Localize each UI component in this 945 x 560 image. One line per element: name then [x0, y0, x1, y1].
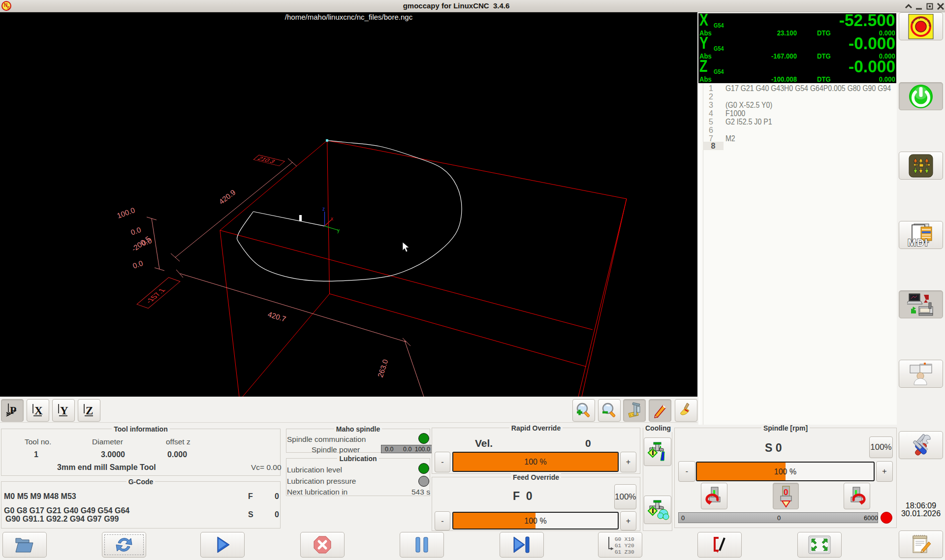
svg-text:x: x [331, 216, 333, 221]
svg-text:100.0: 100.0 [116, 206, 136, 220]
svg-text:420.9: 420.9 [217, 188, 237, 206]
svg-text:y: y [337, 228, 340, 233]
svg-text:z: z [322, 206, 325, 212]
svg-text:G1 Y20: G1 Y20 [615, 543, 634, 549]
svg-text:420.7: 420.7 [267, 310, 287, 323]
svg-text:Z: Z [86, 404, 93, 417]
svg-text:MDI: MDI [908, 237, 928, 248]
svg-text:P: P [10, 404, 16, 416]
svg-text:Y: Y [60, 404, 68, 417]
svg-text:G0 X10: G0 X10 [615, 536, 634, 542]
svg-text:0.0: 0.0 [131, 259, 144, 270]
svg-text:210.3: 210.3 [256, 156, 277, 164]
svg-text:263.0: 263.0 [376, 358, 390, 378]
svg-text:G1 Z30: G1 Z30 [615, 549, 634, 555]
svg-text:0.0: 0.0 [129, 225, 142, 237]
svg-text:X: X [34, 404, 43, 417]
svg-text:0: 0 [784, 488, 788, 497]
